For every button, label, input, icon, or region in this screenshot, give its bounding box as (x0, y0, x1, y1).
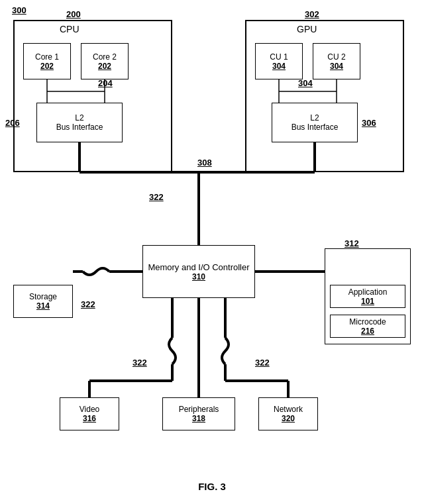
cpu-label: CPU (60, 24, 80, 34)
cu1-ref: 304 (272, 62, 286, 71)
cu1-box: CU 1 304 (255, 43, 303, 79)
gpu-label: GPU (297, 24, 317, 34)
video-label: Video (80, 405, 99, 414)
app-box: Application 101 (330, 285, 405, 308)
cu2-box: CU 2 304 (313, 43, 360, 79)
microcode-label: Microcode (349, 317, 386, 327)
core1-bus-ref: 204 (98, 78, 113, 88)
network-box: Network 320 (258, 397, 318, 430)
gpu-ref: 302 (305, 9, 319, 19)
bus-ref-322-video: 322 (132, 358, 147, 368)
core1-label: Core 1 (35, 52, 59, 62)
core1-box: Core 1 202 (23, 43, 71, 79)
app-label: Application (348, 287, 388, 297)
core2-box: Core 2 202 (81, 43, 129, 79)
core1-ref: 202 (40, 62, 54, 71)
cu2-ref: 304 (330, 62, 343, 71)
ref-300: 300 (12, 5, 26, 15)
microcode-box: Microcode 216 (330, 315, 405, 338)
diagram: 300 CPU 200 GPU 302 Core 1 202 Core 2 20… (0, 0, 424, 504)
l2-bus-cpu-ref: 206 (5, 118, 20, 128)
interconnect-ref: 308 (197, 158, 212, 168)
bus-ref-322-network: 322 (255, 358, 270, 368)
fig-label: FIG. 3 (0, 481, 424, 492)
cu1-label: CU 1 (270, 52, 288, 62)
memory-io-label: Memory and I/O Controller (148, 262, 249, 272)
storage-label: Storage (29, 292, 57, 301)
cu2-bus-ref: 304 (298, 78, 313, 88)
cpu-ref: 200 (66, 9, 81, 19)
memory-ref: 312 (344, 238, 359, 248)
peripherals-box: Peripherals 318 (162, 397, 235, 430)
bus-ref-322-storage: 322 (81, 299, 95, 309)
core2-ref: 202 (98, 62, 111, 71)
peripherals-label: Peripherals (179, 405, 219, 414)
video-box: Video 316 (60, 397, 119, 430)
storage-box: Storage 314 (13, 285, 73, 318)
memory-io-box: Memory and I/O Controller 310 (142, 245, 255, 298)
bus-ref-322-top: 322 (149, 192, 164, 202)
cu2-label: CU 2 (327, 52, 345, 62)
l2-bus-gpu-ref: 306 (362, 118, 376, 128)
core2-label: Core 2 (93, 52, 117, 62)
network-label: Network (274, 405, 303, 414)
l2-bus-cpu-box: L2 Bus Interface (36, 103, 123, 142)
l2-bus-gpu-box: L2 Bus Interface (272, 103, 358, 142)
